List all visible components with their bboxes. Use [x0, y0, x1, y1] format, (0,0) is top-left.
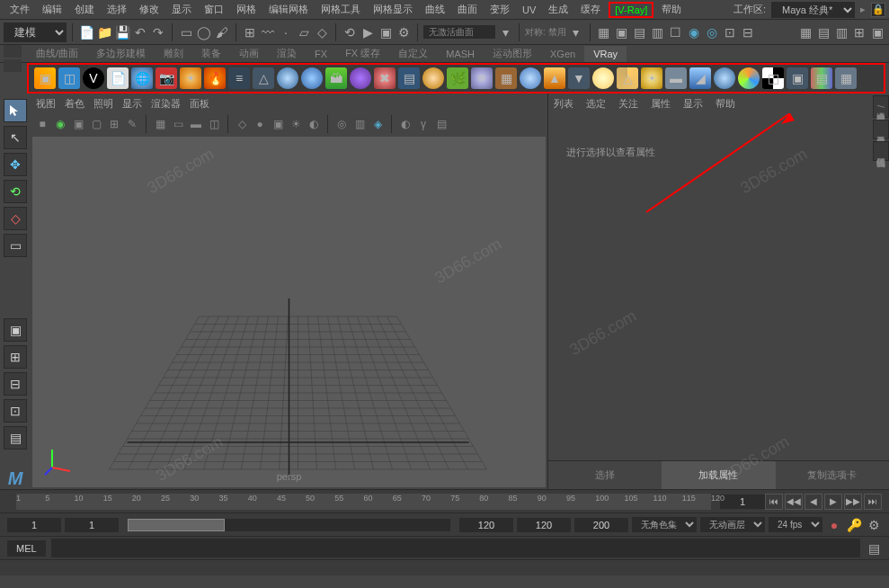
tb-icon-5[interactable]: ☐ [668, 24, 684, 40]
vp-resolution-icon[interactable]: ▬ [188, 116, 204, 132]
layout-icon-5[interactable]: ▣ [869, 24, 885, 40]
copy-tab-button[interactable]: 复制选项卡 [776, 461, 889, 489]
vray-tool-icon[interactable] [520, 67, 541, 89]
vray-tool-icon[interactable] [714, 67, 735, 89]
play-forward-button[interactable]: ▶ [824, 494, 842, 510]
snap-curve-icon[interactable]: 〰 [260, 24, 276, 40]
redo-icon[interactable]: ↷ [150, 24, 166, 40]
menu-generate[interactable]: 生成 [542, 0, 574, 19]
vp-menu-show[interactable]: 显示 [122, 97, 142, 111]
vtab-channel-box[interactable]: 通道盒/层编辑器 [873, 95, 889, 118]
play-backward-button[interactable]: ◀ [805, 494, 822, 510]
shelf-tab-anim[interactable]: 动画 [230, 44, 268, 63]
shelf-tab-mash[interactable]: MASH [437, 46, 484, 62]
vray-tool-icon[interactable]: ◢ [689, 67, 711, 89]
vray-tool-icon[interactable]: ▬ [665, 67, 687, 89]
vray-tool-icon[interactable]: ≡ [228, 67, 250, 89]
last-tool[interactable]: ▭ [4, 234, 27, 257]
menu-uv[interactable]: UV [516, 2, 542, 18]
prefs-icon[interactable]: ⚙ [866, 517, 882, 533]
shelf-tab-rigging[interactable]: 装备 [192, 44, 230, 63]
right-tab-focus[interactable]: 关注 [618, 97, 638, 111]
vray-tool-icon[interactable] [277, 67, 298, 89]
step-forward-button[interactable]: ▶▶ [844, 494, 862, 510]
layout-icon-4[interactable]: ⊞ [851, 24, 867, 40]
character-set-select[interactable]: 无角色集 [632, 517, 697, 532]
vp-grease-icon[interactable]: ✎ [124, 116, 140, 132]
menu-mesh-tools[interactable]: 网格工具 [315, 0, 367, 19]
menu-edit[interactable]: 编辑 [36, 0, 68, 19]
vray-tool-icon[interactable]: ☀ [641, 67, 662, 89]
shelf-toggle-icon[interactable] [4, 59, 22, 72]
right-tab-help[interactable]: 帮助 [716, 97, 735, 111]
layout-single[interactable]: ▣ [4, 318, 27, 342]
vray-tool-icon[interactable] [350, 67, 371, 89]
vray-tool-icon[interactable]: ✖ [374, 67, 396, 89]
select-tool[interactable] [4, 99, 27, 122]
menu-edit-mesh[interactable]: 编辑网格 [262, 0, 315, 19]
vp-menu-renderer[interactable]: 渲染器 [151, 97, 181, 111]
vray-tool-icon[interactable] [301, 67, 323, 89]
vray-tool-icon[interactable] [422, 67, 444, 89]
vray-tool-icon[interactable] [592, 67, 614, 89]
render-settings-icon[interactable]: ⚙ [396, 24, 412, 40]
move-tool[interactable]: ✥ [4, 153, 27, 176]
script-language-label[interactable]: MEL [7, 540, 46, 557]
vray-tool-icon[interactable]: 📄 [107, 67, 129, 89]
vp-grid-icon[interactable]: ▦ [152, 116, 168, 132]
construction-history-icon[interactable]: ⟲ [342, 24, 358, 40]
save-scene-icon[interactable]: 💾 [114, 24, 130, 40]
right-tab-list[interactable]: 列表 [554, 97, 573, 111]
menu-curves[interactable]: 曲线 [419, 0, 451, 19]
layout-icon-3[interactable]: ▥ [833, 24, 849, 40]
select-tool-icon[interactable]: ▭ [178, 24, 194, 40]
tb-icon-6[interactable]: ◉ [686, 24, 702, 40]
auto-key-icon[interactable]: ● [826, 517, 842, 533]
vray-tool-icon[interactable]: ▼ [568, 67, 590, 89]
menu-select[interactable]: 选择 [101, 0, 133, 19]
surface-dropdown-icon[interactable]: ▾ [497, 24, 513, 40]
ipr-icon[interactable]: ▣ [378, 24, 394, 40]
vray-tool-icon[interactable]: ◫ [762, 67, 784, 89]
snap-grid-icon[interactable]: ⊞ [242, 24, 258, 40]
select-button[interactable]: 选择 [548, 461, 662, 489]
vp-xray-joints-icon[interactable]: ◈ [369, 116, 386, 132]
current-frame-field[interactable] [720, 494, 765, 509]
vp-lights-icon[interactable]: ☀ [288, 116, 304, 132]
layout-two-h[interactable]: ⊟ [4, 372, 27, 396]
undo-icon[interactable]: ↶ [132, 24, 148, 40]
vp-bookmark-icon[interactable]: ▣ [70, 116, 86, 132]
symmetry-dropdown-icon[interactable]: ▾ [568, 24, 584, 40]
range-current[interactable] [574, 518, 628, 532]
layout-icon-2[interactable]: ▤ [815, 24, 831, 40]
workspace-dropdown[interactable]: Maya 经典* [771, 2, 855, 18]
vray-tool-icon[interactable]: 🌿 [447, 67, 468, 89]
vp-exposure-icon[interactable]: ◐ [397, 116, 413, 132]
layout-four[interactable]: ⊞ [4, 345, 27, 369]
anim-layer-select[interactable]: 无动画层 [700, 517, 765, 532]
menu-mesh-display[interactable]: 网格显示 [367, 0, 419, 19]
vray-tool-icon[interactable]: ☀ [180, 67, 201, 89]
render-icon[interactable]: ▶ [360, 24, 376, 40]
right-tab-attrs[interactable]: 属性 [651, 97, 671, 111]
tb-icon-3[interactable]: ▤ [632, 24, 648, 40]
vray-tool-icon[interactable] [738, 67, 760, 89]
vray-tool-icon[interactable]: 🏔 [325, 67, 347, 89]
menu-file[interactable]: 文件 [4, 0, 36, 19]
vp-film-gate-icon[interactable]: ▭ [170, 116, 186, 132]
lasso-tool[interactable]: ↖ [4, 126, 27, 149]
shelf-tab-fxcache[interactable]: FX 缓存 [336, 44, 389, 63]
fps-select[interactable]: 24 fps [769, 517, 822, 532]
shelf-tab-sculpt[interactable]: 雕刻 [155, 44, 192, 63]
vp-menu-panels[interactable]: 面板 [190, 97, 209, 111]
snap-view-icon[interactable]: ◇ [314, 24, 330, 40]
vray-tool-icon[interactable]: 🌐 [131, 67, 153, 89]
vp-camera-icon[interactable]: ◉ [52, 116, 68, 132]
range-end-outer[interactable] [517, 518, 571, 532]
vtab-attribute-editor[interactable]: 属性编辑器 [873, 141, 889, 161]
vp-menu-lighting[interactable]: 照明 [93, 97, 113, 111]
vray-tool-icon[interactable]: ❄ [471, 67, 493, 89]
vp-image-plane-icon[interactable]: ▢ [88, 116, 104, 132]
tb-icon-9[interactable]: ⊟ [740, 24, 756, 40]
menu-surfaces[interactable]: 曲面 [451, 0, 484, 19]
